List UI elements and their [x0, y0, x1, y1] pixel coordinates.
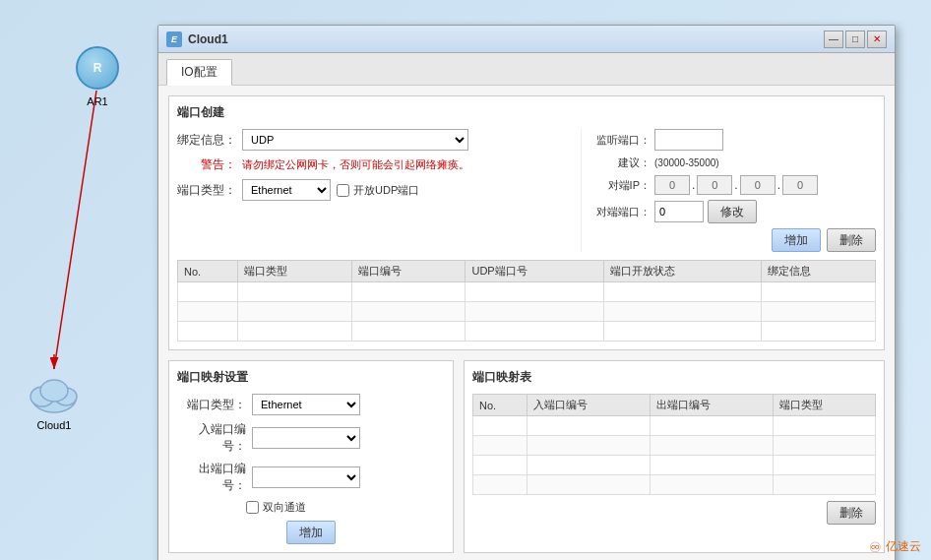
dialog-window: E Cloud1 — □ ✕ IO配置 端口创建 绑定信息：	[157, 25, 896, 560]
mapping-table-header: No. 入端口编号 出端口编号 端口类型	[473, 395, 876, 416]
cloud-icon	[25, 369, 84, 415]
bind-info-row: 绑定信息： UDP TCP Ethernet	[177, 129, 571, 151]
map-col-in-port: 入端口编号	[528, 395, 651, 416]
peer-port-input[interactable]	[654, 201, 704, 222]
warning-prefix: 警告：	[177, 156, 236, 173]
map-col-type: 端口类型	[773, 395, 876, 416]
bidirectional-row: 双向通道	[246, 500, 445, 515]
map-col-no: No.	[473, 395, 528, 416]
watermark-icon: ♾	[869, 539, 882, 555]
dialog-body: 端口创建 绑定信息： UDP TCP Ethernet	[158, 86, 895, 560]
bidirectional-checkbox[interactable]	[246, 501, 259, 514]
close-button[interactable]: ✕	[867, 31, 887, 48]
peer-ip-input-group: . . .	[654, 175, 818, 195]
add-port-button[interactable]: 增加	[772, 228, 821, 252]
dialog-tabs: IO配置	[158, 53, 895, 86]
tab-io-config[interactable]: IO配置	[166, 59, 232, 86]
peer-ip-octet-2[interactable]	[697, 175, 732, 195]
table-row	[473, 475, 876, 495]
col-open-state: 端口开放状态	[603, 261, 761, 282]
port-type-row: 端口类型： Ethernet Serial 开放UDP端口	[177, 179, 571, 201]
peer-ip-row: 对端IP： . . .	[591, 175, 876, 195]
col-bind-info: 绑定信息	[762, 261, 876, 282]
table-row	[473, 456, 876, 475]
peer-port-label: 对端端口：	[591, 205, 651, 219]
listen-port-label: 监听端口：	[591, 133, 651, 148]
peer-ip-label: 对端IP：	[591, 178, 651, 193]
bind-select[interactable]: UDP TCP Ethernet	[242, 129, 468, 151]
add-mapping-button[interactable]: 增加	[286, 521, 336, 544]
port-type-label: 端口类型：	[177, 182, 236, 199]
port-table-body	[178, 282, 876, 342]
dialog-title: E Cloud1	[166, 31, 228, 47]
port-mapping-table-title: 端口映射表	[472, 369, 876, 386]
mapping-table-body	[473, 416, 876, 495]
in-port-label: 入端口编号：	[177, 421, 246, 455]
map-col-out-port: 出端口编号	[650, 395, 773, 416]
hint-row: 建议： (30000-35000)	[591, 156, 876, 170]
table-row	[473, 436, 876, 456]
col-udp-port: UDP端口号	[466, 261, 604, 282]
delete-mapping-button[interactable]: 删除	[827, 501, 876, 525]
listen-port-row: 监听端口： 30000	[591, 129, 876, 151]
hint-value: (30000-35000)	[654, 156, 719, 169]
delete-port-button[interactable]: 删除	[827, 228, 876, 252]
port-table-header: No. 端口类型 端口编号 UDP端口号 端口开放状态 绑定信息	[178, 261, 876, 282]
table-row	[178, 302, 876, 322]
warning-text: 请勿绑定公网网卡，否则可能会引起网络瘫痪。	[242, 157, 469, 172]
out-port-row: 出端口编号：	[177, 461, 445, 494]
device-ar1: R AR1	[74, 44, 121, 107]
out-port-select[interactable]	[252, 467, 360, 488]
modify-button[interactable]: 修改	[708, 200, 757, 223]
table-row	[178, 322, 876, 342]
hint-label: 建议：	[591, 156, 651, 170]
peer-port-row: 对端端口： 修改	[591, 200, 876, 223]
peer-ip-octet-1[interactable]	[654, 175, 690, 195]
peer-ip-octet-4[interactable]	[782, 175, 818, 195]
svg-point-3	[40, 380, 68, 402]
port-mapping-settings-title: 端口映射设置	[177, 369, 445, 386]
open-udp-checkbox-label: 开放UDP端口	[337, 183, 419, 198]
port-type-select[interactable]: Ethernet Serial	[242, 179, 331, 201]
port-mapping-settings-section: 端口映射设置 端口类型： Ethernet Serial 入端口编号：	[168, 360, 454, 553]
open-udp-checkbox[interactable]	[337, 184, 349, 197]
watermark-text: 亿速云	[886, 538, 921, 555]
bind-label: 绑定信息：	[177, 132, 236, 149]
mapping-table: No. 入端口编号 出端口编号 端口类型	[472, 394, 876, 495]
col-port-num: 端口编号	[351, 261, 466, 282]
port-creation-section: 端口创建 绑定信息： UDP TCP Ethernet	[168, 95, 885, 350]
table-row	[473, 416, 876, 436]
port-table: No. 端口类型 端口编号 UDP端口号 端口开放状态 绑定信息	[177, 260, 876, 342]
col-port-type: 端口类型	[238, 261, 352, 282]
watermark: ♾ 亿速云	[869, 538, 921, 555]
bidirectional-label: 双向通道	[246, 500, 306, 515]
warning-row: 警告： 请勿绑定公网网卡，否则可能会引起网络瘫痪。	[177, 156, 571, 173]
port-mapping-table-section: 端口映射表 No. 入端口编号 出端口编号 端口类型	[464, 360, 885, 553]
maximize-button[interactable]: □	[845, 31, 865, 48]
port-creation-title: 端口创建	[177, 104, 876, 121]
in-port-select[interactable]	[252, 427, 360, 449]
bottom-row: 端口映射设置 端口类型： Ethernet Serial 入端口编号：	[168, 360, 885, 560]
dialog-title-icon: E	[166, 31, 182, 47]
ar1-label: AR1	[87, 95, 107, 107]
peer-ip-octet-3[interactable]	[740, 175, 776, 195]
map-port-type-label: 端口类型：	[177, 397, 246, 413]
listen-port-input[interactable]: 30000	[654, 129, 723, 151]
map-port-type-select[interactable]: Ethernet Serial	[252, 394, 360, 415]
cloud1-label: Cloud1	[37, 419, 72, 431]
device-cloud1: Cloud1	[25, 369, 84, 431]
dialog-controls: — □ ✕	[824, 31, 887, 48]
table-row	[178, 282, 876, 302]
router-icon: R	[74, 44, 121, 92]
dialog-titlebar: E Cloud1 — □ ✕	[158, 26, 895, 53]
out-port-label: 出端口编号：	[177, 461, 246, 494]
col-no: No.	[178, 261, 238, 282]
minimize-button[interactable]: —	[824, 31, 843, 48]
in-port-row: 入端口编号：	[177, 421, 445, 455]
map-port-type-row: 端口类型： Ethernet Serial	[177, 394, 445, 415]
